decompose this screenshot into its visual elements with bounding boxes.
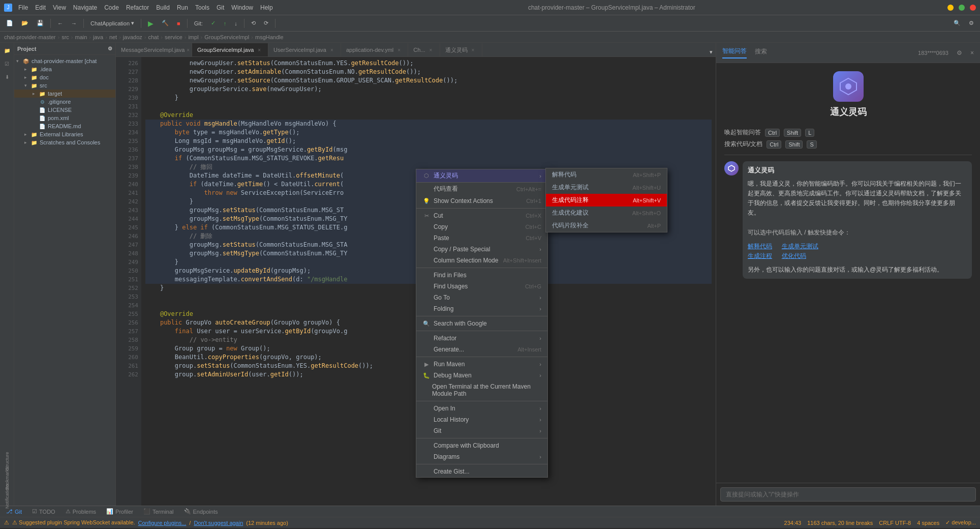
ctx-generate[interactable]: Generate... Alt+Insert [416,344,547,355]
ctx-local-history[interactable]: Local History › [416,414,547,425]
ctx-find-files[interactable]: Find in Files [416,270,547,281]
tab-close-2[interactable]: × [328,46,335,53]
tab-overflow-button[interactable]: ▾ [707,48,716,56]
panel-settings-icon[interactable]: ⚙ [957,49,962,56]
tree-item-license[interactable]: ▸ 📄 LICENSE [14,106,115,114]
ctx-run-maven[interactable]: ▶ Run Maven › [416,359,547,370]
maximize-button[interactable] [959,5,965,11]
ctx-folding[interactable]: Folding › [416,303,547,314]
tab-group-service[interactable]: GroupServiceImpl.java × [192,43,268,56]
sub-gen-comment[interactable]: 生成代码注释 Alt+Shift+V [546,194,667,207]
ctx-open-in[interactable]: Open In › [416,403,547,414]
breadcrumb-item-0[interactable]: chat-provider-master [4,34,55,40]
forward-button[interactable]: → [68,19,80,27]
breadcrumb-item-3[interactable]: java [93,34,103,40]
tree-item-idea[interactable]: ▸ 📁 .idea [14,65,115,73]
menu-refactor[interactable]: Refactor [123,3,152,12]
tab-user-service[interactable]: UserServiceImpl.java × [268,43,341,56]
ctx-goto[interactable]: Go To › [416,292,547,303]
sub-explain-code[interactable]: 解释代码 Alt+Shift+P [546,168,667,181]
save-button[interactable]: 💾 [34,19,47,27]
ctx-refactor[interactable]: Refactor › [416,333,547,344]
tab-application-dev[interactable]: application-dev.yml × [341,43,408,56]
project-settings-icon[interactable]: ⚙ [108,46,112,51]
menu-edit[interactable]: Edit [32,3,49,12]
redo-button[interactable]: ⟳ [261,19,271,27]
bottom-tab-terminal[interactable]: ⬛ Terminal [141,508,176,515]
search-everywhere-button[interactable]: 🔍 [951,19,964,27]
bottom-tab-profiler[interactable]: 📊 Profiler [104,508,135,515]
ctx-cut[interactable]: ✂ Cut Ctrl+X [416,210,547,221]
sub-code-complete[interactable]: 代码片段补全 Alt+P [546,219,667,232]
breadcrumb-item-7[interactable]: service [165,34,182,40]
settings-button[interactable]: ⚙ [966,19,977,27]
breadcrumb-item-1[interactable]: src [62,34,69,40]
ctx-find-usages[interactable]: Find Usages Ctrl+G [416,281,547,292]
ctx-copy-paste-special[interactable]: Copy / Paste Special › [416,244,547,255]
sub-gen-optimize[interactable]: 生成优化建议 Alt+Shift+O [546,207,667,219]
configure-link[interactable]: Configure plugins... [138,520,187,526]
cmd-gen-test[interactable]: 生成单元测试 [782,243,818,250]
build-button[interactable]: 🔨 [159,19,172,27]
project-selector[interactable]: ChatApplication ▾ [87,19,137,27]
cmd-optimize[interactable]: 优化代码 [782,252,806,259]
menu-file[interactable]: File [15,3,31,12]
panel-close-icon[interactable]: × [970,49,974,56]
menu-run[interactable]: Run [174,3,191,12]
dont-suggest-link[interactable]: Don't suggest again [194,520,243,526]
tree-item-scratches[interactable]: ▸ 📁 Scratches and Consoles [14,138,115,146]
ctx-open-terminal[interactable]: Open Terminal at the Current Maven Modul… [416,381,547,399]
tree-item-target[interactable]: ▸ 📁 target [14,90,115,98]
breadcrumb-item-4[interactable]: net [109,34,117,40]
ctx-search-google[interactable]: 🔍 Search with Google [416,318,547,329]
ctx-debug-maven[interactable]: 🐛 Debug Maven › [416,370,547,381]
open-button[interactable]: 📂 [18,19,32,27]
ctx-git[interactable]: Git › [416,425,547,436]
breadcrumb-item-8[interactable]: impl [188,34,198,40]
ctx-context-actions[interactable]: 💡 Show Context Actions Ctrl+1 [416,195,547,207]
menu-git[interactable]: Git [213,3,227,12]
tree-item-pom[interactable]: ▸ 📄 pom.xml [14,114,115,122]
menu-help[interactable]: Help [257,3,276,12]
menu-navigate[interactable]: Navigate [70,3,100,12]
breadcrumb-item-9[interactable]: GroupServiceImpl [204,34,249,40]
ctx-column-select[interactable]: Column Selection Mode Alt+Shift+Insert [416,255,547,266]
sidebar-pull-icon[interactable]: ⬇ [2,71,13,82]
bottom-tab-problems[interactable]: ⚠ Problems [64,508,98,515]
tab-qa[interactable]: 智能问答 [722,47,747,58]
git-down-button[interactable]: ↓ [231,19,240,27]
chat-input[interactable] [720,487,976,502]
tab-close-5[interactable]: × [470,46,477,53]
cmd-explain[interactable]: 解释代码 [748,243,772,250]
sidebar-project-icon[interactable]: 📁 [2,45,13,56]
ctx-compare-clipboard[interactable]: Compare with Clipboard [416,440,547,451]
breadcrumb-item-2[interactable]: main [75,34,87,40]
menu-window[interactable]: Window [228,3,256,12]
git-up-button[interactable]: ↑ [221,19,230,27]
tab-close-0[interactable]: × [187,46,190,53]
bottom-tab-endpoints[interactable]: 🔌 Endpoints [182,508,220,515]
tree-item-src[interactable]: ▾ 📁 src [14,81,115,90]
sidebar-commit-icon[interactable]: ☑ [2,58,13,69]
editor-content[interactable]: 226 227 228 229 230 231 232 233 234 235 … [116,57,716,506]
tree-item-doc[interactable]: ▸ 📁 doc [14,73,115,81]
ctx-tongyi[interactable]: ⬡ 通义灵码 › [416,169,547,183]
stop-button[interactable]: ■ [174,19,183,27]
tab-close-4[interactable]: × [427,46,435,53]
ctx-copy[interactable]: Copy Ctrl+C [416,221,547,232]
back-button[interactable]: ← [54,19,66,27]
run-button[interactable]: ▶ [145,18,157,28]
breadcrumb-item-6[interactable]: chat [148,34,159,40]
sidebar-notifications-icon[interactable]: Notifications [2,490,13,502]
cmd-gen-flow[interactable]: 生成注程 [748,252,772,259]
tree-item-readme[interactable]: ▸ 📄 README.md [14,122,115,130]
menu-view[interactable]: View [50,3,69,12]
menu-build[interactable]: Build [153,3,173,12]
ctx-code-view[interactable]: 代码查看 Ctrl+Alt+= [416,183,547,195]
sidebar-structure-icon[interactable]: Structure [2,456,13,467]
menu-code[interactable]: Code [101,3,122,12]
undo-button[interactable]: ⟲ [248,19,259,27]
new-file-button[interactable]: 📄 [3,19,16,27]
breadcrumb-item-5[interactable]: javadoz [123,34,142,40]
tree-item-external-libs[interactable]: ▸ 📁 External Libraries [14,130,115,138]
